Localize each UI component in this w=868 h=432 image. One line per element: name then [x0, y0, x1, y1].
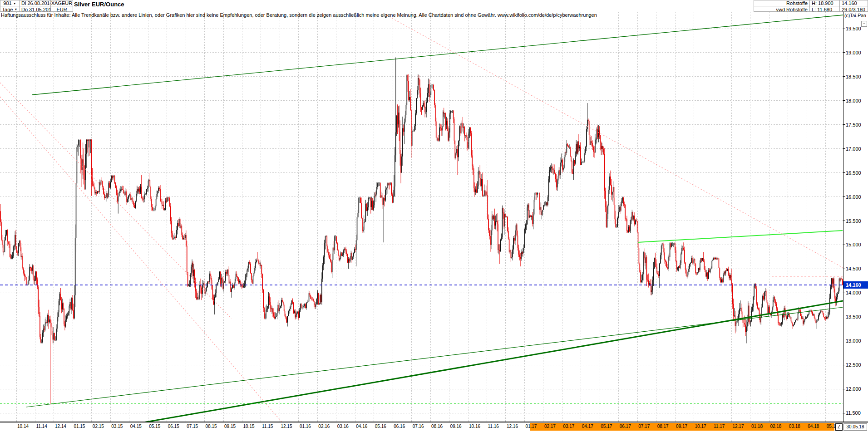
x-axis-label: 06.17 — [620, 424, 631, 429]
y-axis-label: 12.500 — [846, 362, 861, 368]
chevron-down-icon: ▼ — [14, 8, 17, 11]
y-axis-tick — [843, 245, 845, 245]
y-axis-label: 17.000 — [846, 146, 861, 152]
end-date-label: 30.05.18 — [843, 423, 867, 431]
y-axis-tick — [843, 317, 845, 317]
last-value-label: 14.160 — [840, 0, 868, 6]
y-axis-label: 14.000 — [846, 290, 861, 295]
resistance-bright-green — [638, 231, 843, 242]
x-axis-label: 08.17 — [657, 424, 669, 429]
y-axis-label: 19.500 — [846, 26, 861, 31]
chevron-down-icon: ▼ — [13, 2, 16, 5]
y-axis-label: 18.000 — [846, 98, 861, 103]
collapse-icon[interactable]: − — [861, 21, 867, 27]
y-axis-column: (c)Tai-Pan − 19.50019.00018.50018.00017.… — [843, 12, 868, 422]
chart-plot-area[interactable]: Haftungsausschluss für Inhalte: Alle Tre… — [0, 12, 843, 422]
x-axis-label: 11.14 — [36, 424, 47, 429]
x-axis-label: 11.15 — [262, 424, 273, 429]
y-axis-tick — [843, 365, 845, 365]
pink-diagonal-left-b — [0, 97, 284, 422]
x-axis-label: 05.16 — [375, 424, 386, 429]
x-axis-label: 05.17 — [601, 424, 612, 429]
x-axis-label: 04.15 — [130, 424, 142, 429]
x-axis-label: 10.15 — [243, 424, 255, 429]
page-title: Silver EUR/Ounce — [74, 0, 124, 8]
copyright-label: (c)Tai-Pan — [844, 13, 866, 18]
y-axis-tick — [843, 29, 845, 29]
period-high-label: H: 18.900 — [810, 0, 839, 6]
x-axis-label: 06.15 — [168, 424, 179, 429]
y-axis-label: 13.000 — [846, 338, 861, 344]
x-axis-label: 12.15 — [281, 424, 292, 429]
y-axis-tick — [843, 196, 845, 197]
date-range-cells: Di 26.08.2014 Do 31.05.2018 — [19, 0, 51, 12]
bars-count-dropdown[interactable]: 981 ▼ — [0, 0, 19, 6]
y-axis-tick — [843, 221, 845, 221]
y-axis-label: 14.500 — [846, 266, 861, 271]
x-axis-label: 05.15 — [149, 424, 160, 429]
x-axis-label: 02.17 — [544, 424, 556, 429]
x-axis-label: 10.17 — [695, 424, 706, 429]
disclaimer-text: Haftungsausschluss für Inhalte: Alle Tre… — [1, 12, 597, 18]
category-label: Rohstoffe — [754, 0, 809, 6]
x-axis-label: 12.17 — [732, 424, 744, 429]
y-axis-tick — [843, 124, 845, 125]
x-axis-label: 02.15 — [93, 424, 104, 429]
y-axis-tick — [843, 389, 845, 389]
x-axis-label: 08.16 — [431, 424, 443, 429]
x-axis-label: 04.16 — [356, 424, 367, 429]
x-axis-label: 01.16 — [300, 424, 311, 429]
y-axis-tick — [843, 413, 845, 413]
header-bar: 981 ▼ Tage ▼ Di 26.08.2014 Do 31.05.2018… — [0, 0, 868, 12]
date-from-field[interactable]: Di 26.08.2014 — [20, 0, 50, 6]
x-axis-label: 02.18 — [770, 424, 781, 429]
x-axis-label: 12.14 — [55, 424, 66, 429]
y-axis-label: 16.500 — [846, 170, 861, 176]
x-axis-label: 07.16 — [413, 424, 424, 429]
x-axis-label: 09.15 — [224, 424, 236, 429]
y-axis-tick — [843, 341, 845, 341]
x-axis-label: 03.17 — [563, 424, 574, 429]
y-axis-label: 12.000 — [846, 386, 861, 392]
high-low-cells: H: 18.900 L: 11.680 — [809, 0, 840, 12]
x-axis-label: 06.16 — [394, 424, 405, 429]
x-axis-label: 07.17 — [638, 424, 650, 429]
y-axis-label: 11.500 — [846, 410, 861, 416]
x-axis-label: 12.16 — [507, 424, 518, 429]
y-axis-label: 19.000 — [846, 50, 861, 55]
category-cells: Rohstoffe vwd Rohstoffe — [754, 0, 810, 12]
symbol-code: XAGEUR — [51, 0, 73, 6]
x-axis-row: 10.1411.1412.1401.1502.1503.1504.1505.15… — [0, 422, 868, 432]
x-axis-label: 02.16 — [318, 424, 330, 429]
x-axis-label: 11.16 — [488, 424, 499, 429]
y-axis-label: 13.500 — [846, 314, 861, 319]
x-axis-label: 10.14 — [17, 424, 29, 429]
x-axis-label: 04.18 — [808, 424, 819, 429]
y-axis-label: 16.000 — [846, 194, 861, 200]
y-axis-label: 18.500 — [846, 74, 861, 79]
y-axis-tick — [843, 172, 845, 173]
period-cells: 981 ▼ Tage ▼ — [0, 0, 20, 12]
y-axis-tick — [843, 100, 845, 101]
x-axis-label: 08.15 — [206, 424, 217, 429]
x-axis-label: 09.17 — [676, 424, 687, 429]
x-axis-label: 07.15 — [187, 424, 198, 429]
x-axis-label: 03.16 — [337, 424, 349, 429]
instrument-title-wrap: Silver EUR/Ounce — [74, 0, 124, 12]
x-axis-label: 03.18 — [789, 424, 800, 429]
y-axis-tick — [843, 76, 845, 77]
x-axis-label: 09.16 — [450, 424, 462, 429]
x-axis-label: 01.15 — [74, 424, 85, 429]
y-axis-label: 15.000 — [846, 242, 861, 247]
x-axis-label: 01.18 — [751, 424, 763, 429]
y-axis-tick — [843, 52, 845, 53]
taipan-chart-window: 981 ▼ Tage ▼ Di 26.08.2014 Do 31.05.2018… — [0, 0, 868, 432]
zoom-z-button[interactable]: Z — [835, 423, 843, 431]
symbol-cells: XAGEUR EUR — [50, 0, 73, 12]
pink-diagonal-right — [384, 14, 843, 268]
x-axis-label: 10.16 — [469, 424, 480, 429]
x-axis-label: 03.15 — [111, 424, 123, 429]
y-axis-tick — [843, 269, 845, 269]
y-axis-label: 15.500 — [846, 218, 861, 224]
last-price-tag: 14.160 — [843, 281, 868, 289]
